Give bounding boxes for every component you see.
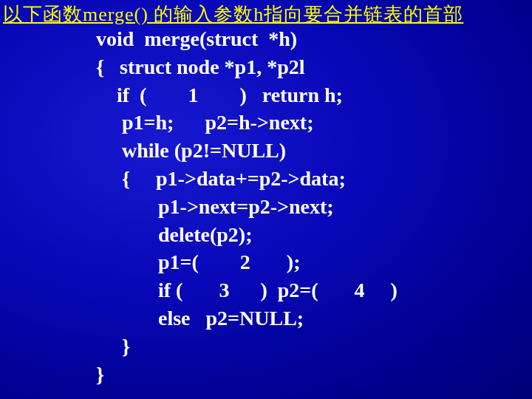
code-line: else p2=NULL;: [96, 307, 304, 330]
code-line: p1=h; p2=h->next;: [96, 111, 313, 134]
code-line: delete(p2);: [96, 223, 253, 246]
code-block: void merge(struct *h) { struct node *p1,…: [96, 25, 398, 388]
code-line: if ( 3 ) p2=( 4 ): [96, 279, 398, 301]
code-line: }: [96, 335, 130, 358]
slide-title: 以下函数merge() 的输入参数h指向要合并链表的首部: [3, 1, 463, 27]
code-line: while (p2!=NULL): [96, 139, 286, 162]
code-line: { struct node *p1, *p2l: [96, 55, 305, 78]
code-line: void merge(struct *h): [96, 27, 297, 50]
code-line: p1=( 2 );: [96, 250, 301, 273]
code-line: p1->next=p2->next;: [96, 195, 334, 218]
code-line: { p1->data+=p2->data;: [96, 167, 346, 190]
code-line: if ( 1 ) return h;: [96, 83, 343, 106]
code-line: }: [96, 363, 104, 386]
